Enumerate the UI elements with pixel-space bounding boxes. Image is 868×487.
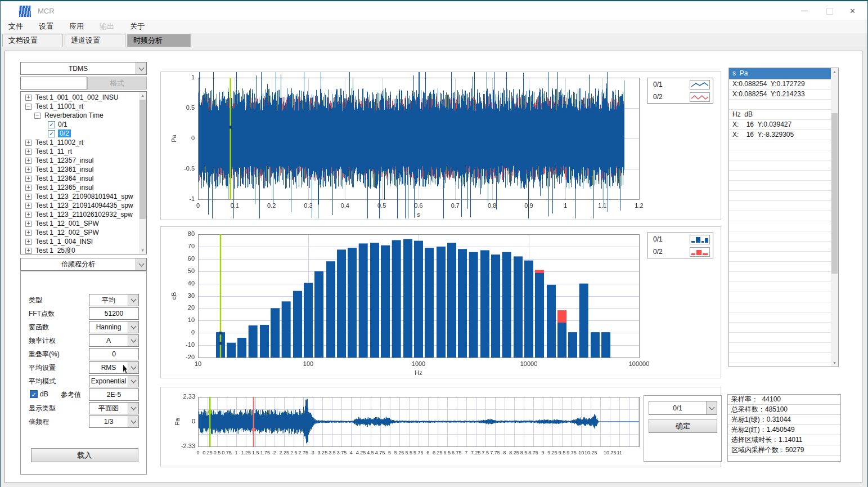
readout-header[interactable]: s Pa — [729, 68, 831, 79]
readout-row[interactable] — [729, 211, 831, 221]
tree-item[interactable]: +Test 1_11_rt — [21, 147, 139, 156]
file-format-combo[interactable]: TDMS — [20, 62, 147, 75]
expand-icon[interactable]: + — [25, 203, 32, 209]
tree-item[interactable]: +Test 1_12361_insul — [21, 165, 139, 174]
readout-row[interactable] — [729, 242, 831, 252]
readout-row[interactable]: X: 16 Y:-8.329305 — [729, 130, 831, 140]
tree-item[interactable]: +Test 1_11002_rt — [21, 138, 139, 147]
readout-row[interactable] — [729, 221, 831, 231]
chevron-down-icon[interactable] — [128, 403, 138, 414]
form-input[interactable] — [89, 348, 139, 360]
chevron-down-icon[interactable] — [128, 294, 138, 306]
expand-icon[interactable]: + — [25, 176, 32, 182]
expand-icon[interactable]: + — [25, 149, 32, 155]
readout-row[interactable] — [729, 100, 831, 110]
expand-icon[interactable]: + — [25, 248, 32, 254]
tree-filter-input[interactable] — [20, 77, 87, 90]
readout-row[interactable] — [729, 282, 831, 292]
readout-scrollbar-thumb[interactable] — [831, 113, 838, 274]
tree-item[interactable]: +Test 1_12_001_SPW — [21, 219, 139, 228]
tree-item[interactable]: ✓0/2 — [21, 129, 139, 138]
readout-row[interactable] — [729, 150, 831, 160]
readout-row[interactable] — [729, 353, 831, 363]
expand-icon[interactable]: + — [25, 167, 32, 173]
form-combo[interactable]: 1/3 — [89, 415, 139, 428]
tree-item[interactable]: +Test 1_25度0 — [21, 246, 139, 254]
tab-item[interactable]: 通道设置 — [65, 34, 125, 47]
readout-row[interactable] — [729, 343, 831, 353]
readout-row[interactable] — [729, 191, 831, 201]
expand-icon[interactable]: + — [25, 185, 32, 191]
readout-row[interactable] — [729, 363, 831, 367]
tree-item[interactable]: +Test 1_12364_insul — [21, 174, 139, 183]
reference-value-input[interactable] — [89, 388, 139, 401]
readout-row[interactable]: Hz dB — [729, 110, 831, 120]
scroll-up-icon[interactable]: ▲ — [139, 92, 146, 99]
tree-checkbox[interactable]: ✓ — [48, 121, 55, 128]
expand-icon[interactable]: + — [25, 158, 32, 164]
tree-item[interactable]: +Test 1_12365_insul — [21, 183, 139, 192]
chevron-down-icon[interactable] — [128, 362, 138, 373]
tree-item[interactable]: +Test 1_12_002_SPW — [21, 228, 139, 237]
readout-row[interactable] — [729, 252, 831, 262]
expand-icon[interactable]: + — [25, 95, 32, 101]
expand-icon[interactable]: + — [25, 212, 32, 218]
tree-scrollbar-thumb[interactable] — [140, 100, 146, 219]
chevron-down-icon[interactable] — [128, 321, 138, 333]
analysis-type-combo[interactable]: 倍频程分析 — [20, 258, 147, 271]
chevron-down-icon[interactable] — [706, 401, 717, 414]
close-button[interactable]: ✕ — [840, 2, 865, 20]
tree-item[interactable]: +Test 1_123_211026102932_spw — [21, 210, 139, 219]
overview-waveform-plot[interactable] — [161, 387, 719, 466]
scroll-down-icon[interactable]: ▼ — [831, 359, 838, 367]
expand-icon[interactable]: + — [25, 140, 32, 146]
minimize-button[interactable] — [791, 2, 817, 20]
readout-row[interactable]: X: 16 Y:0.039427 — [729, 120, 831, 130]
form-input[interactable] — [89, 307, 139, 320]
readout-row[interactable] — [729, 272, 831, 282]
form-combo[interactable]: RMS — [89, 361, 139, 374]
readout-row[interactable] — [729, 323, 831, 333]
chevron-down-icon[interactable] — [128, 416, 138, 427]
readout-row[interactable] — [729, 292, 831, 302]
menu-item[interactable]: 关于 — [122, 20, 152, 33]
menu-item[interactable]: 设置 — [31, 20, 61, 33]
tab-item[interactable]: 文档设置 — [2, 34, 63, 47]
format-button[interactable]: 格式 — [87, 77, 147, 90]
menu-item[interactable]: 文件 — [1, 20, 31, 33]
collapse-icon[interactable]: − — [25, 104, 32, 110]
db-checkbox[interactable]: ✓ — [30, 390, 38, 398]
readout-row[interactable] — [729, 231, 831, 242]
scroll-down-icon[interactable]: ▼ — [139, 247, 146, 254]
tree-item[interactable]: +Test 1_12357_insul — [21, 156, 139, 165]
readout-row[interactable] — [729, 333, 831, 343]
form-combo[interactable]: 平面图 — [89, 402, 139, 414]
readout-row[interactable] — [729, 140, 831, 150]
readout-scrollbar[interactable]: ▲ ▼ — [831, 68, 838, 367]
chevron-down-icon[interactable] — [128, 335, 138, 346]
readout-row[interactable] — [729, 201, 831, 211]
readout-row[interactable]: X:0.088254 Y:0.214233 — [729, 90, 831, 100]
readout-row[interactable] — [729, 181, 831, 191]
expand-icon[interactable]: + — [25, 221, 32, 227]
maximize-button[interactable] — [817, 2, 842, 20]
tree-checkbox[interactable]: ✓ — [48, 130, 55, 137]
tree-item[interactable]: −Test 1_11001_rt — [21, 102, 139, 111]
load-button[interactable]: 载入 — [31, 448, 138, 462]
scroll-up-icon[interactable]: ▲ — [831, 68, 838, 75]
collapse-icon[interactable]: − — [34, 113, 41, 119]
tree-item[interactable]: +Test 1_001_001_002_INSU — [21, 93, 139, 102]
readout-row[interactable] — [729, 302, 831, 312]
chevron-down-icon[interactable] — [136, 258, 146, 270]
readout-row[interactable] — [729, 312, 831, 323]
form-combo[interactable]: Hanning — [89, 321, 139, 333]
tree-scrollbar[interactable]: ▲ ▼ — [139, 92, 146, 254]
tree-item[interactable]: ✓0/1 — [21, 120, 139, 129]
expand-icon[interactable]: + — [25, 230, 32, 236]
channel-combo[interactable]: 0/1 — [649, 401, 717, 415]
chevron-down-icon[interactable] — [128, 376, 138, 387]
readout-row[interactable] — [729, 171, 831, 181]
readout-row[interactable] — [729, 262, 831, 272]
form-combo[interactable]: A — [89, 334, 139, 347]
tree-item[interactable]: +Test 1_123_210908101941_spw — [21, 192, 139, 201]
